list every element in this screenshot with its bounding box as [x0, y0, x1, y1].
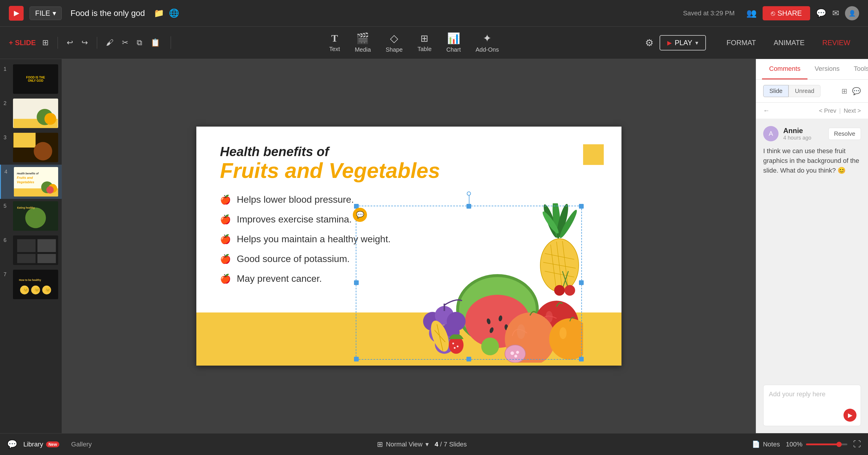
svg-text:😊: 😊	[23, 287, 29, 292]
bottom-center: ⊞ Normal View ▾ 4 / 7 Slides	[92, 440, 752, 449]
canvas-area[interactable]: Health benefits of Fruits and Vegetables…	[62, 59, 756, 433]
comments-icon[interactable]: 💬	[816, 8, 826, 18]
user-avatar[interactable]: 👤	[845, 6, 859, 20]
copy-icon[interactable]: ⧉	[135, 36, 144, 49]
fullscreen-button[interactable]: ⛶	[853, 440, 861, 449]
addons-tool-icon: ✦	[483, 32, 492, 44]
comment-bubble-indicator[interactable]: 💬	[353, 208, 367, 222]
slide-thumb-6[interactable]: 6	[0, 233, 62, 267]
selection-box[interactable]	[356, 206, 582, 360]
undo-icon[interactable]: ↩	[65, 36, 75, 49]
redo-icon[interactable]: ↪	[80, 36, 90, 49]
file-menu-button[interactable]: FILE ▾	[30, 6, 62, 20]
slide-thumb-7[interactable]: 7 How to be healthy 😊 😊 😊	[0, 267, 62, 301]
collaborate-icon[interactable]: 👥	[746, 8, 757, 18]
chart-tool-icon: 📊	[447, 32, 460, 44]
handle-bottom-left[interactable]	[354, 357, 359, 361]
slide-canvas: Health benefits of Fruits and Vegetables…	[196, 127, 621, 366]
svg-point-6	[34, 142, 52, 161]
slide-num-7: 7	[4, 271, 10, 278]
chart-tool[interactable]: 📊 Chart	[446, 32, 461, 53]
settings-icon[interactable]: ⚙	[645, 37, 654, 48]
tab-comments[interactable]: Comments	[762, 59, 807, 79]
comment-body: A Annie 4 hours ago Resolve I think we c…	[756, 119, 868, 379]
add-slide-button[interactable]: + SLIDE	[9, 39, 36, 47]
handle-top-right[interactable]	[579, 204, 584, 208]
normal-view-button[interactable]: Normal View ▾	[386, 441, 429, 448]
table-tool[interactable]: ⊞ Table	[417, 33, 432, 53]
slide-fruits-title: Fruits and Vegetables	[220, 159, 440, 182]
slide-thumb-4[interactable]: 4 Health benefits of Fruits and Vegetabl…	[0, 165, 62, 199]
text-tool[interactable]: T Text	[329, 33, 340, 53]
main-content: 1 FOOD IS THEONLY GOD 2 3	[0, 59, 868, 433]
filter-slide-button[interactable]: Slide	[763, 85, 788, 97]
filter-unread-button[interactable]: Unread	[788, 85, 820, 97]
layout-icon[interactable]: ⊞	[40, 36, 51, 49]
slide-thumb-1[interactable]: 1 FOOD IS THEONLY GOD	[0, 62, 62, 96]
toolbar: + SLIDE ⊞ ↩ ↪ 🖌 ✂ ⧉ 📋 T Text 🎬 Media ◇ S…	[0, 27, 868, 59]
apple-icon-4: 🍎	[220, 254, 231, 264]
library-button[interactable]: Library New	[23, 441, 59, 448]
slide-thumb-5[interactable]: 5 Eating healthy	[0, 199, 62, 233]
share-button[interactable]: ⎋ SHARE	[763, 6, 810, 20]
format-tab[interactable]: FORMAT	[718, 35, 765, 51]
toolbar-divider-2	[97, 37, 97, 49]
svg-point-14	[46, 186, 54, 194]
handle-mid-right[interactable]	[579, 280, 584, 285]
tab-tools[interactable]: Tools	[847, 59, 868, 79]
notifications-icon[interactable]: ✉	[832, 8, 839, 18]
svg-text:How to be healthy: How to be healthy	[19, 279, 41, 282]
rotate-handle[interactable]	[467, 192, 471, 196]
slide-preview-2	[13, 99, 58, 128]
folder-icon[interactable]: 📁	[154, 8, 164, 18]
library-new-badge: New	[46, 442, 59, 447]
paste-icon[interactable]: 📋	[149, 36, 162, 49]
handle-top-mid[interactable]	[466, 204, 471, 208]
media-tool[interactable]: 🎬 Media	[355, 32, 371, 53]
handle-bottom-mid[interactable]	[466, 357, 471, 361]
slide-panel: 1 FOOD IS THEONLY GOD 2 3	[0, 59, 62, 433]
shape-tool-label: Shape	[385, 46, 403, 53]
play-dropdown-icon: ▾	[695, 39, 698, 46]
play-button[interactable]: ▶ PLAY ▾	[659, 35, 706, 51]
toolbar-right: ⚙ ▶ PLAY ▾ FORMAT ANIMATE REVIEW	[645, 35, 859, 51]
zoom-thumb[interactable]	[836, 442, 842, 447]
zoom-slider[interactable]	[806, 444, 847, 445]
layout-view-icon[interactable]: ⊞	[841, 87, 847, 95]
slide-num-4: 4	[4, 169, 11, 175]
slide-num-1: 1	[4, 66, 10, 72]
tab-versions[interactable]: Versions	[807, 59, 846, 79]
handle-mid-left[interactable]	[354, 280, 359, 285]
paint-icon[interactable]: 🖌	[104, 36, 116, 49]
document-title[interactable]: Food is the only god	[70, 8, 145, 18]
reply-input-area[interactable]: Add your reply here ▶	[763, 385, 861, 426]
back-arrow-icon[interactable]: ←	[763, 107, 770, 115]
prev-button[interactable]: < Prev	[819, 107, 836, 114]
bullet-text-4: Good source of potassium.	[237, 254, 349, 264]
bullet-text-2: Improves exercise stamina.	[237, 214, 352, 225]
handle-bottom-right[interactable]	[579, 357, 584, 361]
globe-icon[interactable]: 🌐	[169, 8, 179, 18]
animate-tab[interactable]: ANIMATE	[765, 35, 813, 51]
chat-icon[interactable]: 💬	[7, 440, 18, 449]
notes-button[interactable]: 📄 Notes	[752, 441, 780, 448]
review-tab[interactable]: REVIEW	[813, 35, 859, 51]
scissors-icon[interactable]: ✂	[120, 36, 130, 49]
play-label: PLAY	[675, 39, 692, 47]
svg-point-16	[25, 207, 46, 228]
slide-thumb-3[interactable]: 3	[0, 130, 62, 165]
gallery-button[interactable]: Gallery	[71, 441, 92, 448]
chart-tool-label: Chart	[446, 46, 461, 53]
addons-tool[interactable]: ✦ Add-Ons	[476, 32, 499, 53]
doc-icons: 📁 🌐	[154, 8, 179, 18]
table-tool-label: Table	[417, 46, 432, 53]
slide-thumb-2[interactable]: 2	[0, 96, 62, 130]
shape-tool[interactable]: ◇ Shape	[385, 32, 403, 53]
reply-send-button[interactable]: ▶	[843, 409, 857, 422]
file-label: FILE	[35, 9, 50, 18]
resolve-button[interactable]: Resolve	[829, 128, 861, 140]
next-button[interactable]: Next >	[844, 107, 861, 114]
add-comment-icon[interactable]: 💬	[852, 87, 861, 95]
media-tool-icon: 🎬	[356, 32, 369, 44]
slide-count-separator: /	[440, 441, 444, 448]
